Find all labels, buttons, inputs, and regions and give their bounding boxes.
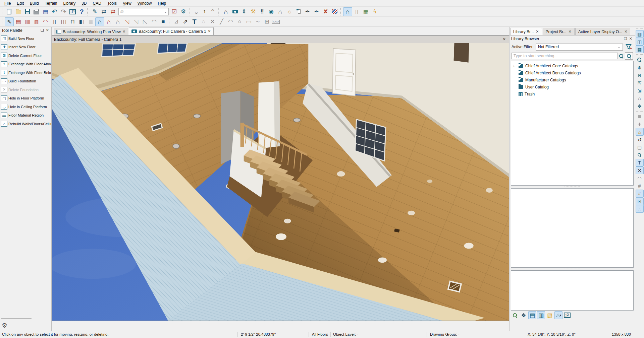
dollhouse-view-button[interactable]: ⌂ bbox=[276, 7, 285, 16]
close-panel-button[interactable]: ✕ bbox=[45, 28, 50, 32]
active-filter-select[interactable]: Not Filtered ⌄ bbox=[536, 44, 623, 51]
library-browser-rail-button[interactable]: ▥ bbox=[636, 30, 644, 38]
delete-marker-button[interactable]: ✕ bbox=[636, 166, 644, 174]
material-painter-button[interactable] bbox=[330, 7, 339, 16]
tab-library-browser[interactable]: Library Br...✕ bbox=[510, 28, 542, 35]
show-bottom-pane-button[interactable]: ▥ bbox=[537, 311, 545, 319]
cad-circle-button[interactable]: ○ bbox=[235, 17, 244, 26]
close-viewport-button[interactable]: ✕ bbox=[502, 37, 507, 42]
tree-item-core-catalogs[interactable]: ›Chief Architect Core Catalogs bbox=[511, 62, 633, 69]
cad-box-button[interactable]: ▭ bbox=[244, 17, 253, 26]
render-view-button[interactable]: ◉ bbox=[267, 7, 276, 16]
project-browser-rail-button[interactable]: ◫ bbox=[636, 38, 644, 46]
adjust-lights-button[interactable]: ☼ bbox=[285, 7, 294, 16]
3d-solid-button[interactable]: ■ bbox=[159, 17, 168, 26]
palette-item-hole-floor-platform[interactable]: ▢Hole in Floor Platform bbox=[0, 94, 51, 103]
eyedropper-button[interactable]: ✒ bbox=[303, 7, 312, 16]
floor-up-button[interactable]: ⌃ bbox=[208, 7, 217, 16]
library-search-input[interactable] bbox=[512, 53, 618, 59]
expand-chevron-icon[interactable]: › bbox=[513, 64, 517, 68]
active-defaults-button[interactable]: :P bbox=[68, 7, 77, 16]
roof-textured-button[interactable]: ◹ bbox=[122, 17, 131, 26]
close-tab-icon[interactable]: ✕ bbox=[624, 29, 627, 34]
cad-line-button[interactable]: ╱ bbox=[217, 17, 226, 26]
menu-window[interactable]: Window bbox=[135, 1, 155, 6]
full-camera-button[interactable] bbox=[230, 7, 239, 16]
walkthrough-button[interactable]: ‼ bbox=[258, 7, 267, 16]
zoom-in-button[interactable]: ⊕ bbox=[636, 64, 644, 71]
camera-view-button[interactable]: ⌂ bbox=[221, 7, 230, 16]
close-tab-icon[interactable]: ✕ bbox=[208, 29, 211, 33]
filter-display-button[interactable]: ♨▾ bbox=[554, 311, 562, 319]
furniture-button[interactable]: ▤ bbox=[14, 17, 23, 26]
redo-button[interactable]: ↷ bbox=[59, 7, 68, 16]
roof-house-button[interactable]: ⌂ bbox=[104, 17, 113, 26]
menu-cad[interactable]: CAD bbox=[90, 1, 104, 6]
menu-build[interactable]: Build bbox=[27, 1, 42, 6]
float-panel-button[interactable]: ❏ bbox=[40, 28, 45, 32]
close-panel-button[interactable]: ✕ bbox=[628, 37, 633, 41]
menu-view[interactable]: View bbox=[120, 1, 135, 6]
fill-window-button[interactable]: ⇲ bbox=[636, 87, 644, 94]
tab-full-camera[interactable]: Backcountry: Full Camera - Camera 1 ✕ bbox=[129, 27, 214, 35]
roof-plane-button[interactable]: ◹ bbox=[131, 17, 141, 26]
palette-item-insert-new-floor[interactable]: ✚Insert New Floor bbox=[0, 43, 51, 52]
point-resize-button[interactable]: ⇱ bbox=[636, 79, 644, 87]
new-plan-button[interactable] bbox=[5, 7, 14, 16]
preview-panel-button[interactable]: :P bbox=[563, 311, 571, 319]
object-snaps-button[interactable]: ⊡ bbox=[636, 197, 644, 205]
palette-item-build-new-floor[interactable]: ◫Build New Floor bbox=[0, 34, 51, 43]
fill-window-building-button[interactable]: ⌂ bbox=[636, 94, 644, 102]
angle-snaps-button[interactable]: ∴ bbox=[636, 205, 644, 213]
add-filter-button[interactable]: + bbox=[625, 43, 633, 51]
base-cabinet-button[interactable]: ⊓ bbox=[68, 17, 77, 26]
rotate-plan-button[interactable]: ↺ bbox=[636, 136, 644, 143]
text-button[interactable]: T bbox=[190, 17, 199, 26]
window-button[interactable]: ◫ bbox=[59, 17, 68, 26]
tab-active-layer-display[interactable]: Active Layer Display O...✕ bbox=[575, 28, 631, 35]
close-tab-icon[interactable]: ✕ bbox=[122, 29, 125, 34]
arc-guide-button[interactable]: ◠ bbox=[636, 174, 644, 182]
advanced-search-button[interactable] bbox=[625, 52, 633, 60]
build-house-button[interactable]: ⌂ bbox=[95, 17, 104, 26]
pane-splitter[interactable] bbox=[509, 186, 635, 188]
interior-wall-button[interactable]: ▥ bbox=[32, 17, 41, 26]
floor-down-button[interactable]: ⌄ bbox=[192, 7, 201, 16]
tree-item-trash[interactable]: Trash bbox=[511, 90, 633, 97]
tree-item-bonus-catalogs[interactable]: Chief Architect Bonus Catalogs bbox=[511, 69, 633, 76]
find-object-button[interactable] bbox=[636, 151, 644, 159]
layer-display-rail-button[interactable]: ▦ bbox=[636, 46, 644, 53]
save-plan-button[interactable] bbox=[23, 7, 32, 16]
curved-wall-button[interactable]: ◠ bbox=[41, 17, 50, 26]
help-button[interactable]: ? bbox=[77, 7, 86, 16]
menu-file[interactable]: File bbox=[1, 1, 14, 6]
palette-item-floor-material-region[interactable]: ▬Floor Material Region bbox=[0, 111, 51, 120]
menu-tools[interactable]: Tools bbox=[104, 1, 120, 6]
palette-scrollbar[interactable] bbox=[0, 317, 51, 320]
exterior-wall-button[interactable]: ▥ bbox=[23, 17, 32, 26]
grid-display-button[interactable]: # bbox=[636, 182, 644, 190]
house-wizard-button[interactable]: ⌂ bbox=[113, 17, 122, 26]
menu-library[interactable]: Library bbox=[60, 1, 78, 6]
dimension-button[interactable]: ⊿ bbox=[172, 17, 181, 26]
show-top-pane-button[interactable]: ▤ bbox=[528, 311, 536, 319]
pane-splitter[interactable] bbox=[509, 268, 635, 270]
plant-chooser-button[interactable] bbox=[511, 311, 519, 319]
cross-hair-button[interactable]: + bbox=[636, 120, 644, 128]
grid-snaps-button[interactable]: # bbox=[636, 190, 644, 197]
picture-view-button[interactable]: ▦ bbox=[361, 7, 370, 16]
open-plan-button[interactable] bbox=[14, 7, 23, 16]
mouse-orbit-button[interactable]: ⇕ bbox=[239, 7, 249, 16]
tab-project-browser[interactable]: Project Br...✕ bbox=[543, 28, 575, 35]
palette-item-exchange-floor-below[interactable]: ↧Exchange With Floor Below bbox=[0, 68, 51, 77]
menu-3d[interactable]: 3D bbox=[78, 1, 90, 6]
menu-terrain[interactable]: Terrain bbox=[42, 1, 60, 6]
edit-preferences-button[interactable]: ✎ bbox=[90, 7, 99, 16]
hide-textures-button[interactable]: ▧ bbox=[546, 311, 554, 319]
leader-marker-button[interactable]: ◌ bbox=[199, 17, 208, 26]
select-objects-button[interactable]: ⇖ bbox=[5, 17, 14, 26]
zoom-button[interactable] bbox=[636, 56, 644, 64]
gable-roof-button[interactable]: ◺ bbox=[141, 17, 150, 26]
palette-item-hole-ceiling-platform[interactable]: ◡Hole in Ceiling Platform bbox=[0, 103, 51, 111]
float-panel-button[interactable]: ❏ bbox=[623, 37, 628, 41]
